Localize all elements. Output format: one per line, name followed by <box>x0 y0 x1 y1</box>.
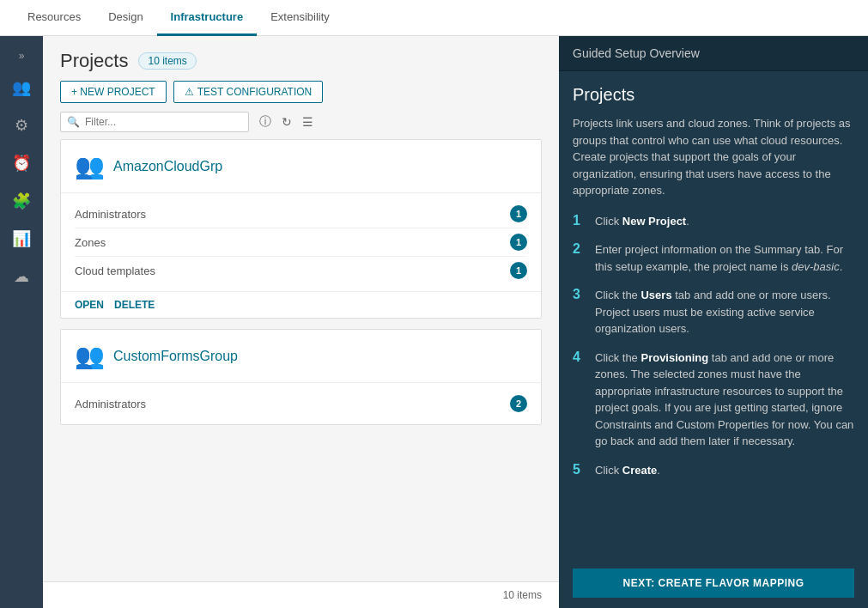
guided-step-4: 4 Click the Provisioning tab and add one… <box>573 350 854 450</box>
delete-link-amazon[interactable]: DELETE <box>114 299 155 311</box>
guided-setup-panel: Guided Setup Overview Projects Projects … <box>559 36 868 608</box>
open-link-amazon[interactable]: OPEN <box>75 299 104 311</box>
sidebar-icon-cloud[interactable]: ☁ <box>4 259 39 294</box>
sidebar: » 👥 ⚙ ⏰ 🧩 📊 ☁ <box>0 36 43 608</box>
stat-row-cloud-templates: Cloud templates 1 <box>75 257 527 284</box>
test-config-icon: ⚠ <box>185 86 194 98</box>
guided-header: Guided Setup Overview <box>559 36 868 71</box>
refresh-icon[interactable]: ↻ <box>278 113 295 131</box>
stat-label-admins-cf: Administrators <box>75 398 146 410</box>
step-num-5: 5 <box>573 462 586 477</box>
list-view-icon[interactable]: ☰ <box>299 113 317 131</box>
sidebar-icon-puzzle[interactable]: 🧩 <box>4 184 39 218</box>
step-text-3: Click the Users tab and add one or more … <box>595 287 854 337</box>
list-footer: 10 items <box>43 581 559 608</box>
stat-count-zones: 1 <box>510 234 527 251</box>
stat-count-admins-cf: 2 <box>510 395 527 412</box>
stat-count-cloud-templates: 1 <box>510 262 527 279</box>
project-icon-customforms: 👥 <box>75 342 105 370</box>
stat-label-zones: Zones <box>75 236 106 249</box>
nav-item-extensibility[interactable]: Extensibility <box>257 0 343 36</box>
test-config-label: TEST CONFIGURATION <box>197 86 313 98</box>
guided-step-3: 3 Click the Users tab and add one or mor… <box>573 287 854 337</box>
top-nav: Resources Design Infrastructure Extensib… <box>0 0 868 36</box>
footer-item-count: 10 items <box>503 589 542 601</box>
sidebar-icon-users[interactable]: 👥 <box>4 70 39 105</box>
project-name-customforms[interactable]: CustomFormsGroup <box>113 349 238 364</box>
stat-label-administrators: Administrators <box>75 208 146 221</box>
sidebar-icon-settings[interactable]: ⚙ <box>4 108 39 143</box>
nav-item-resources[interactable]: Resources <box>14 0 94 36</box>
info-icon[interactable]: ⓘ <box>256 112 275 131</box>
stat-row-zones: Zones 1 <box>75 228 527 257</box>
guided-step-2: 2 Enter project information on the Summa… <box>573 241 854 275</box>
project-card-customforms: 👥 CustomFormsGroup Administrators 2 <box>60 329 542 425</box>
step-num-2: 2 <box>573 241 586 257</box>
projects-list: 👥 AmazonCloudGrp Administrators 1 Zones … <box>43 139 559 581</box>
search-icon: 🔍 <box>67 116 80 128</box>
test-configuration-button[interactable]: ⚠ TEST CONFIGURATION <box>173 81 324 103</box>
guided-step-5: 5 Click Create. <box>573 462 854 479</box>
step-text-5: Click Create. <box>595 462 660 479</box>
next-button[interactable]: NEXT: CREATE FLAVOR MAPPING <box>573 568 854 598</box>
page-title: Projects <box>60 50 128 72</box>
guided-title: Projects <box>573 85 854 105</box>
sidebar-icon-chart[interactable]: 📊 <box>4 222 39 256</box>
step-num-1: 1 <box>573 213 586 228</box>
step-num-3: 3 <box>573 287 586 302</box>
filter-input[interactable] <box>60 112 249 132</box>
project-stats-amazon: Administrators 1 Zones 1 Cloud templates… <box>61 193 541 291</box>
project-stats-customforms: Administrators 2 <box>61 383 541 424</box>
nav-item-design[interactable]: Design <box>94 0 156 36</box>
project-card-amazon: 👥 AmazonCloudGrp Administrators 1 Zones … <box>60 139 542 319</box>
project-name-amazon[interactable]: AmazonCloudGrp <box>113 159 222 174</box>
nav-item-infrastructure[interactable]: Infrastructure <box>157 0 258 36</box>
new-project-button[interactable]: + NEW PROJECT <box>60 81 167 103</box>
guided-intro: Projects link users and cloud zones. Thi… <box>573 115 854 199</box>
step-text-4: Click the Provisioning tab and add one o… <box>595 350 854 450</box>
guided-content: Projects Projects link users and cloud z… <box>559 71 868 558</box>
items-badge: 10 items <box>138 52 196 70</box>
guided-footer: NEXT: CREATE FLAVOR MAPPING <box>559 558 868 608</box>
stat-label-cloud-templates: Cloud templates <box>75 264 155 277</box>
project-icon-amazon: 👥 <box>75 152 105 180</box>
sidebar-icon-clock[interactable]: ⏰ <box>4 146 39 180</box>
step-text-1: Click New Project. <box>595 213 689 230</box>
stat-row-administrators: Administrators 1 <box>75 200 527 228</box>
sidebar-toggle[interactable]: » <box>0 43 43 69</box>
stat-count-administrators: 1 <box>510 205 527 222</box>
guided-header-title: Guided Setup Overview <box>573 46 700 60</box>
step-num-4: 4 <box>573 350 586 365</box>
step-text-2: Enter project information on the Summary… <box>595 241 854 275</box>
guided-step-1: 1 Click New Project. <box>573 213 854 230</box>
stat-row-admins-cf: Administrators 2 <box>75 390 527 417</box>
